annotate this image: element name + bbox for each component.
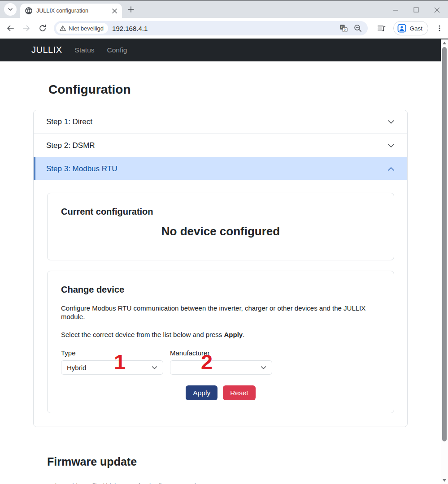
- reset-button[interactable]: Reset: [223, 385, 256, 400]
- nav-link-status[interactable]: Status: [69, 46, 101, 54]
- scrollbar-thumb[interactable]: [442, 47, 447, 441]
- avatar-icon: [397, 24, 406, 33]
- change-device-card: Change device Configure Modbus RTU commu…: [47, 271, 394, 413]
- tab-title: JULLIX configuration: [36, 8, 110, 14]
- accordion-step3-header[interactable]: Step 3: Modbus RTU: [34, 157, 407, 180]
- change-device-description: Configure Modbus RTU communication betwe…: [61, 304, 380, 321]
- chevron-down-icon: [387, 118, 395, 125]
- main-content: Configuration Step 1: Direct Step 2: DSM…: [33, 82, 408, 484]
- scroll-up-icon[interactable]: [442, 39, 447, 47]
- browser-menu-icon[interactable]: [434, 22, 445, 34]
- annotation-number-2: 2: [201, 351, 213, 372]
- current-configuration-title: Current configuration: [61, 207, 380, 217]
- instruction-apply-bold: Apply: [224, 331, 243, 338]
- browser-tab[interactable]: JULLIX configuration: [20, 4, 122, 18]
- chevron-down-icon: [152, 365, 157, 371]
- new-tab-button[interactable]: [125, 3, 137, 16]
- maximize-button[interactable]: [412, 6, 420, 14]
- warning-triangle-icon: [60, 25, 66, 31]
- plus-icon: [128, 6, 134, 13]
- accordion-step3-label: Step 3: Modbus RTU: [46, 164, 117, 173]
- translate-icon[interactable]: G文: [338, 23, 349, 34]
- accordion-step3-body: Current configuration No device configur…: [34, 180, 407, 427]
- browser-toolbar: Niet beveiligd 192.168.4.1 G文 Gast: [0, 18, 448, 39]
- manufacturer-field-group: Manufacturer: [170, 349, 272, 375]
- accordion-step2-label: Step 2: DSMR: [46, 141, 95, 150]
- change-device-instruction: Select the correct device from the list …: [61, 331, 380, 339]
- scroll-down-icon[interactable]: [442, 477, 447, 484]
- profile-button[interactable]: Gast: [393, 21, 428, 35]
- nav-link-config[interactable]: Config: [101, 46, 134, 54]
- svg-text:文: 文: [344, 28, 347, 32]
- profile-name: Gast: [409, 25, 422, 32]
- security-chip[interactable]: Niet beveiligd: [56, 23, 108, 34]
- scrollbar-track[interactable]: [441, 47, 448, 477]
- chevron-down-icon: [261, 365, 266, 371]
- globe-favicon-icon: [25, 7, 32, 14]
- zoom-out-icon[interactable]: [352, 23, 363, 34]
- brand-link[interactable]: JULLIX: [31, 45, 62, 55]
- chevron-down-icon: [387, 142, 395, 149]
- window-controls: [391, 2, 444, 18]
- page-scrollbar[interactable]: [441, 39, 448, 484]
- change-device-title: Change device: [61, 285, 380, 295]
- forward-arrow-icon: [22, 24, 30, 32]
- apply-button[interactable]: Apply: [186, 385, 217, 400]
- current-configuration-card: Current configuration No device configur…: [47, 193, 394, 260]
- reload-icon: [39, 24, 47, 32]
- configuration-accordion: Step 1: Direct Step 2: DSMR Step 3: Modb…: [33, 110, 408, 427]
- type-field-group: Type Hybrid: [61, 349, 163, 375]
- type-select[interactable]: Hybrid: [61, 360, 163, 375]
- site-navbar: JULLIX Status Config: [0, 39, 448, 61]
- manufacturer-select[interactable]: [170, 360, 272, 375]
- accordion-step2-header[interactable]: Step 2: DSMR: [34, 134, 407, 157]
- firmware-update-title: Firmware update: [47, 455, 408, 468]
- url-text: 192.168.4.1: [112, 25, 335, 32]
- close-window-button[interactable]: [433, 6, 441, 14]
- minimize-button[interactable]: [391, 6, 400, 14]
- browser-tab-strip: JULLIX configuration: [0, 0, 448, 18]
- back-arrow-icon: [6, 24, 14, 32]
- security-chip-label: Niet beveiligd: [69, 25, 104, 32]
- media-control-icon[interactable]: [376, 22, 387, 34]
- device-form-row: Type Hybrid Manufacturer 1: [61, 349, 380, 375]
- annotation-number-1: 1: [114, 351, 126, 372]
- page-title: Configuration: [48, 82, 408, 97]
- chevron-up-icon: [387, 165, 395, 173]
- device-status-text: No device configured: [61, 225, 380, 238]
- tab-close-icon[interactable]: [110, 7, 118, 15]
- reload-button[interactable]: [37, 22, 48, 34]
- form-buttons-row: Apply Reset: [61, 385, 380, 400]
- chevron-down-icon: [8, 7, 13, 12]
- section-divider: [33, 447, 408, 447]
- type-label: Type: [61, 349, 163, 357]
- tab-search-button[interactable]: [4, 3, 17, 16]
- type-select-value: Hybrid: [67, 364, 152, 372]
- accordion-step1-label: Step 1: Direct: [46, 117, 92, 126]
- manufacturer-label: Manufacturer: [170, 349, 272, 357]
- address-bar[interactable]: Niet beveiligd 192.168.4.1 G文: [54, 21, 368, 35]
- back-button[interactable]: [4, 22, 16, 34]
- accordion-step1-header[interactable]: Step 1: Direct: [34, 110, 407, 134]
- forward-button[interactable]: [21, 22, 32, 34]
